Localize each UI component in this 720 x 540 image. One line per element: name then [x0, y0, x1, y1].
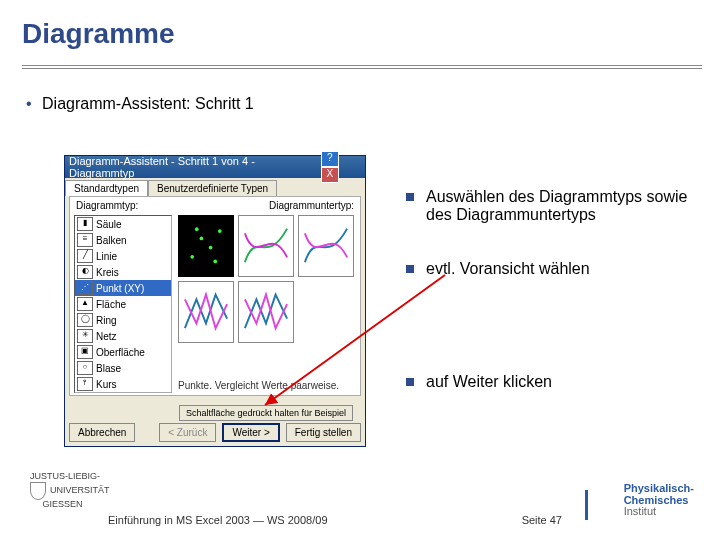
- back-button[interactable]: < Zurück: [159, 423, 216, 442]
- institute-name: Physikalisch- Chemisches Institut: [624, 483, 694, 518]
- doughnut-chart-icon: ◯: [77, 313, 93, 327]
- list-item: ▣Oberfläche: [75, 344, 171, 360]
- preview-button[interactable]: Schaltfläche gedrückt halten für Beispie…: [179, 405, 353, 421]
- finish-button[interactable]: Fertig stellen: [286, 423, 361, 442]
- scatter-chart-icon: ⋰: [77, 281, 93, 295]
- square-bullet-icon: [406, 378, 414, 386]
- tab-standard-types[interactable]: Standardtypen: [65, 180, 148, 196]
- svg-point-0: [190, 255, 194, 259]
- footer-page-number: Seite 47: [522, 514, 562, 526]
- tab-custom-types[interactable]: Benutzerdefinierte Typen: [148, 180, 277, 196]
- slide-title: Diagramme: [22, 18, 175, 50]
- cancel-button[interactable]: Abbrechen: [69, 423, 135, 442]
- bullet-dot-icon: •: [26, 95, 32, 112]
- close-icon[interactable]: X: [321, 167, 339, 183]
- shield-icon: [30, 482, 46, 500]
- list-item-selected: ⋰Punkt (XY): [75, 280, 171, 296]
- label-chart-type: Diagrammtyp:: [76, 200, 138, 211]
- label-chart-subtype: Diagrammuntertyp:: [269, 200, 354, 211]
- main-bullet-text: Diagramm-Assistent: Schritt 1: [42, 95, 254, 112]
- subtype-scatter-points[interactable]: [178, 215, 234, 277]
- list-item: ✳Netz: [75, 328, 171, 344]
- footer-course-title: Einführung in MS Excel 2003 ― WS 2008/09: [108, 514, 328, 526]
- title-underline: [22, 68, 702, 69]
- dialog-window: Diagramm-Assistent - Schritt 1 von 4 - D…: [64, 155, 366, 447]
- main-bullet: • Diagramm-Assistent: Schritt 1: [26, 95, 254, 113]
- side-note-3: auf Weiter klicken: [406, 373, 702, 391]
- list-item: ≡Balken: [75, 232, 171, 248]
- dialog-panel: Diagrammtyp: Diagrammuntertyp: ▮Säule ≡B…: [69, 196, 361, 396]
- list-item: ⫯Kurs: [75, 376, 171, 392]
- area-chart-icon: ▲: [77, 297, 93, 311]
- dialog-titlebar: Diagramm-Assistent - Schritt 1 von 4 - D…: [65, 156, 365, 178]
- list-item: ◯Ring: [75, 312, 171, 328]
- list-item: ○Blase: [75, 360, 171, 376]
- subtype-grid: [178, 215, 358, 347]
- subtype-description: Punkte. Vergleicht Werte paarweise.: [178, 380, 339, 391]
- svg-point-1: [200, 237, 204, 241]
- surface-chart-icon: ▣: [77, 345, 93, 359]
- side-note-2: evtl. Voransicht wählen: [406, 260, 702, 278]
- help-icon[interactable]: ?: [321, 151, 339, 167]
- list-item: ▮Säule: [75, 216, 171, 232]
- stock-chart-icon: ⫯: [77, 377, 93, 391]
- next-button[interactable]: Weiter >: [222, 423, 279, 442]
- subtype-scatter-smooth[interactable]: [298, 215, 354, 277]
- square-bullet-icon: [406, 265, 414, 273]
- university-logo-text: JUSTUS-LIEBIG- UNIVERSITÄT GIESSEN: [30, 472, 110, 510]
- subtype-scatter-lines[interactable]: [238, 281, 294, 343]
- institute-logo-bar: [585, 490, 588, 520]
- subtype-scatter-lines-markers[interactable]: [178, 281, 234, 343]
- svg-point-3: [218, 229, 222, 233]
- bar-chart-icon: ≡: [77, 233, 93, 247]
- list-item: ▲Fläche: [75, 296, 171, 312]
- side-note-1: Auswählen des Diagrammtyps sowie des Dia…: [406, 188, 702, 224]
- dialog-title-text: Diagramm-Assistent - Schritt 1 von 4 - D…: [69, 155, 319, 179]
- radar-chart-icon: ✳: [77, 329, 93, 343]
- svg-point-5: [213, 260, 217, 264]
- line-chart-icon: ╱: [77, 249, 93, 263]
- subtype-scatter-smooth-markers[interactable]: [238, 215, 294, 277]
- svg-point-4: [195, 227, 199, 231]
- column-chart-icon: ▮: [77, 217, 93, 231]
- square-bullet-icon: [406, 193, 414, 201]
- list-item: ◐Kreis: [75, 264, 171, 280]
- svg-point-2: [209, 246, 213, 250]
- pie-chart-icon: ◐: [77, 265, 93, 279]
- chart-type-list[interactable]: ▮Säule ≡Balken ╱Linie ◐Kreis ⋰Punkt (XY)…: [74, 215, 172, 393]
- list-item: ╱Linie: [75, 248, 171, 264]
- bubble-chart-icon: ○: [77, 361, 93, 375]
